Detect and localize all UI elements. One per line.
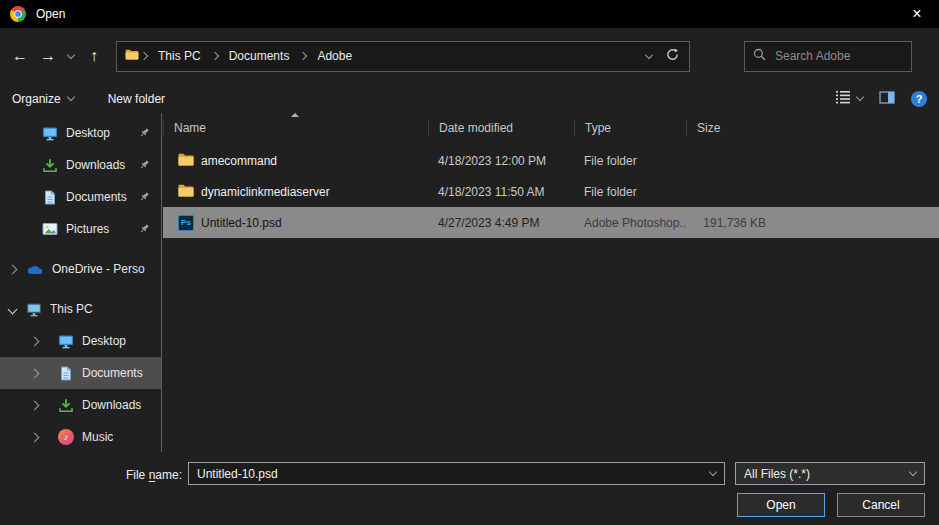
column-header-date-modified[interactable]: Date modified	[428, 120, 574, 136]
column-headers: Name Date modified Type Size	[163, 115, 939, 141]
sidebar-item-onedrive[interactable]: OneDrive - Perso	[0, 253, 162, 285]
documents-icon	[42, 190, 58, 205]
size-cell: 191,736 KB	[686, 216, 776, 230]
pin-icon	[139, 159, 150, 173]
chevron-right-icon[interactable]	[8, 265, 18, 275]
date-modified-cell: 4/27/2023 4:49 PM	[428, 216, 574, 230]
sidebar-item-pc-downloads[interactable]: Downloads	[0, 389, 162, 421]
file-name-label: File name:	[0, 468, 182, 482]
photoshop-file-icon: Ps	[178, 215, 194, 231]
help-icon[interactable]: ?	[911, 91, 927, 107]
pin-icon	[139, 223, 150, 237]
chevron-down-icon	[702, 472, 724, 475]
file-name-cell: amecommand	[163, 153, 428, 169]
downloads-icon	[58, 398, 74, 413]
breadcrumb-this-pc[interactable]: This PC	[149, 42, 210, 71]
navigation-pane: Desktop Downloads	[0, 113, 162, 452]
chevron-down-icon	[66, 93, 74, 101]
column-header-name[interactable]: Name	[163, 120, 428, 136]
titlebar: Open ×	[0, 0, 939, 28]
chevron-down-icon	[856, 93, 864, 101]
new-folder-label: New folder	[108, 92, 165, 106]
chevron-right-icon[interactable]	[30, 369, 40, 379]
this-pc-icon	[26, 302, 42, 317]
chevron-right-icon[interactable]	[30, 401, 40, 411]
address-dropdown-icon[interactable]	[645, 50, 653, 58]
open-button[interactable]: Open	[737, 493, 825, 517]
file-name-input[interactable]	[189, 467, 702, 481]
sidebar-item-qa-desktop[interactable]: Desktop	[0, 117, 162, 149]
folder-icon	[125, 49, 139, 63]
chevron-right-icon[interactable]	[30, 337, 40, 347]
file-name-text: dynamiclinkmediaserver	[201, 185, 330, 199]
file-type-select[interactable]: All Files (*.*)	[735, 462, 925, 485]
file-name-text: amecommand	[201, 154, 277, 168]
command-bar: Organize New folder	[0, 84, 939, 113]
sidebar-item-qa-documents[interactable]: Documents	[0, 181, 162, 213]
close-button[interactable]: ×	[895, 0, 939, 28]
organize-label: Organize	[12, 92, 61, 106]
sidebar-item-label: Desktop	[66, 126, 110, 140]
pin-icon	[139, 191, 150, 205]
desktop-icon	[42, 126, 58, 141]
sidebar-item-label: Documents	[66, 190, 127, 204]
forward-button[interactable]: →	[34, 41, 62, 71]
date-modified-cell: 4/18/2023 12:00 PM	[428, 154, 574, 168]
sidebar-item-this-pc[interactable]: This PC	[0, 293, 162, 325]
open-dialog-window: Open × ← → ↑ This PC Documents Adobe	[0, 0, 939, 525]
documents-icon	[58, 366, 74, 381]
search-box[interactable]	[744, 41, 912, 72]
search-icon	[753, 48, 766, 64]
file-row[interactable]: Ps Untitled-10.psd 4/27/2023 4:49 PM Ado…	[163, 207, 939, 238]
chevron-right-icon[interactable]	[30, 433, 40, 443]
file-name-text: Untitled-10.psd	[201, 216, 282, 230]
folder-icon	[178, 184, 194, 200]
pictures-icon	[42, 222, 58, 236]
sidebar-item-label: Downloads	[66, 158, 125, 172]
file-row[interactable]: amecommand 4/18/2023 12:00 PM File folde…	[163, 145, 939, 176]
address-bar[interactable]: This PC Documents Adobe	[116, 41, 690, 72]
column-header-type[interactable]: Type	[574, 120, 686, 136]
preview-pane-icon[interactable]	[879, 91, 895, 107]
chevron-down-icon	[902, 472, 924, 475]
sidebar-item-pc-desktop[interactable]: Desktop	[0, 325, 162, 357]
file-name-combobox[interactable]	[188, 462, 725, 485]
breadcrumb-adobe[interactable]: Adobe	[308, 42, 361, 71]
breadcrumb-separator-icon	[299, 52, 307, 60]
dialog-footer: File name: All Files (*.*) Open Cancel	[0, 452, 939, 525]
new-folder-button[interactable]: New folder	[108, 92, 165, 106]
sidebar-item-pc-documents[interactable]: Documents	[0, 357, 162, 389]
chrome-app-icon	[10, 6, 26, 22]
date-modified-cell: 4/18/2023 11:50 AM	[428, 185, 574, 199]
cancel-button[interactable]: Cancel	[837, 493, 925, 517]
sidebar-item-qa-pictures[interactable]: Pictures	[0, 213, 162, 245]
music-icon: ♪	[58, 429, 74, 445]
sidebar-item-qa-downloads[interactable]: Downloads	[0, 149, 162, 181]
chevron-down-icon[interactable]	[8, 305, 18, 315]
type-cell: File folder	[574, 185, 686, 199]
sidebar-item-pc-music[interactable]: ♪ Music	[0, 421, 162, 452]
organize-menu[interactable]: Organize	[12, 92, 74, 106]
file-type-value: All Files (*.*)	[744, 467, 902, 481]
refresh-icon[interactable]	[666, 48, 679, 64]
folder-icon	[178, 153, 194, 169]
window-title: Open	[36, 7, 65, 21]
file-row[interactable]: dynamiclinkmediaserver 4/18/2023 11:50 A…	[163, 176, 939, 207]
back-button[interactable]: ←	[6, 41, 34, 71]
column-header-size[interactable]: Size	[686, 120, 776, 136]
up-button[interactable]: ↑	[80, 41, 108, 71]
sidebar-item-label: Desktop	[82, 334, 126, 348]
breadcrumb-separator-icon	[140, 52, 148, 60]
change-view-button[interactable]	[835, 90, 863, 107]
onedrive-icon	[26, 263, 44, 275]
recent-locations-button[interactable]	[62, 41, 80, 71]
navigation-bar: ← → ↑ This PC Documents Adobe	[0, 28, 939, 84]
sidebar-item-label: OneDrive - Perso	[52, 262, 145, 276]
type-cell: Adobe Photoshop...	[574, 216, 686, 230]
sidebar-item-label: Documents	[82, 366, 143, 380]
desktop-icon	[58, 334, 74, 349]
file-name-cell: dynamiclinkmediaserver	[163, 184, 428, 200]
sidebar-item-label: Music	[82, 430, 113, 444]
breadcrumb-documents[interactable]: Documents	[220, 42, 299, 71]
search-input[interactable]	[773, 48, 903, 64]
